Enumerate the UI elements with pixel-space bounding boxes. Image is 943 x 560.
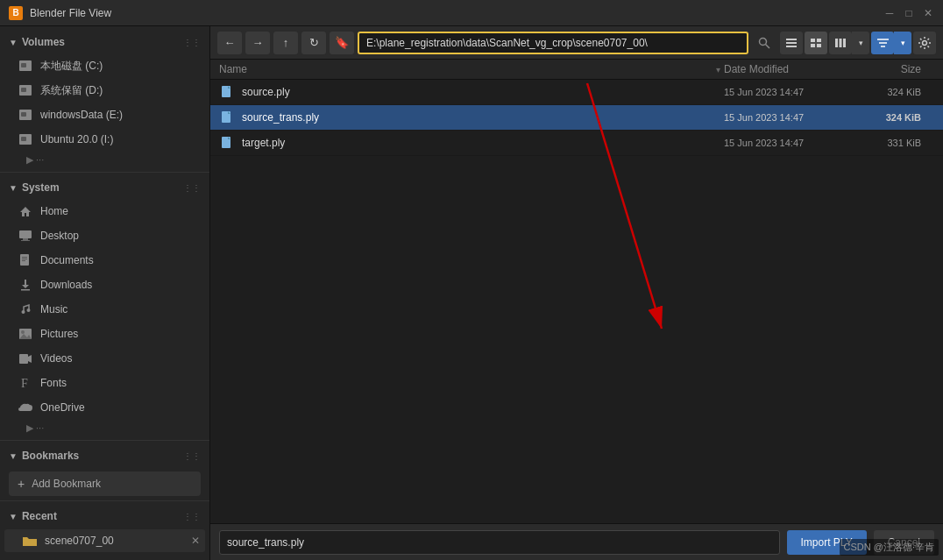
sidebar-item-music-label: Music <box>40 303 67 315</box>
volume-d-label: 系统保留 (D:) <box>40 83 103 98</box>
file-name-target: target.ply <box>242 137 724 149</box>
view-dropdown-button[interactable]: ▾ <box>852 32 869 54</box>
svg-rect-40 <box>840 39 842 47</box>
bookmark-button[interactable]: 🔖 <box>330 32 354 54</box>
file-size-source: 324 KiB <box>864 87 934 97</box>
file-icon-source-trans <box>219 110 235 125</box>
file-row-source-trans[interactable]: source_trans.ply 15 Jun 2023 14:47 324 K… <box>210 105 943 131</box>
file-row-source[interactable]: source.ply 15 Jun 2023 14:47 324 KiB <box>210 80 943 105</box>
add-bookmark-button[interactable]: + Add Bookmark <box>9 471 201 496</box>
file-icon-target <box>219 135 235 151</box>
system-section-header[interactable]: ▼ System ⋮⋮ <box>0 176 209 199</box>
divider-1 <box>0 172 209 173</box>
volume-c[interactable]: 本地磁盘 (C:) <box>0 53 209 78</box>
header-name: Name <box>219 63 716 75</box>
app-icon: B <box>9 6 23 20</box>
system-title: System <box>22 181 183 194</box>
volume-i[interactable]: Ubuntu 20.0 (I:) <box>0 127 209 152</box>
maximize-button[interactable]: □ <box>903 7 915 19</box>
videos-icon <box>18 351 33 366</box>
recent-section-header[interactable]: ▼ Recent ⋮⋮ <box>0 505 209 528</box>
filter-button[interactable] <box>871 32 894 54</box>
sidebar-item-videos-label: Videos <box>40 352 72 365</box>
recent-item-close-button[interactable]: ✕ <box>191 535 200 547</box>
sidebar-item-home[interactable]: Home <box>0 199 209 223</box>
file-date-target: 15 Jun 2023 14:47 <box>724 138 864 148</box>
bookmarks-arrow: ▼ <box>9 451 18 461</box>
sort-arrow: ▾ <box>716 65 720 74</box>
svg-rect-24 <box>19 354 28 364</box>
up-button[interactable]: ↑ <box>273 32 298 54</box>
svg-rect-18 <box>21 289 30 291</box>
grid-view-button[interactable] <box>805 32 827 54</box>
volume-e[interactable]: windowsData (E:) <box>0 103 209 127</box>
recent-item-scene[interactable]: scene0707_00 ✕ <box>4 529 205 552</box>
volumes-expand-dots: ▶ ··· <box>26 154 44 166</box>
svg-rect-10 <box>23 238 28 240</box>
recent-item-desktop[interactable]: Desktop <box>4 554 205 560</box>
divider-3 <box>0 500 209 501</box>
fonts-icon: F <box>18 375 33 391</box>
disk-icon-c <box>18 58 33 74</box>
bottom-bar: Import PLY Cancel <box>210 523 943 560</box>
volume-d[interactable]: 系统保留 (D:) <box>0 78 209 103</box>
volumes-section-header[interactable]: ▼ Volumes ⋮⋮ <box>0 31 209 53</box>
volumes-title: Volumes <box>22 36 183 48</box>
address-bar[interactable] <box>358 32 748 54</box>
back-button[interactable]: ← <box>217 32 242 54</box>
bookmarks-section-header[interactable]: ▼ Bookmarks ⋮⋮ <box>0 444 209 467</box>
file-list-header: Name ▾ Date Modified Size <box>210 60 943 80</box>
sidebar-item-pictures[interactable]: Pictures <box>0 322 209 346</box>
disk-icon-i <box>18 131 33 147</box>
file-size-target: 331 KiB <box>864 138 934 148</box>
volumes-expand[interactable]: ▶ ··· <box>0 152 209 168</box>
file-date-source-trans: 15 Jun 2023 14:47 <box>724 112 864 123</box>
volumes-dots: ⋮⋮ <box>183 38 201 47</box>
watermark: CSDN @汪洛德·辛肯 <box>840 539 939 556</box>
svg-point-20 <box>27 308 31 312</box>
svg-rect-41 <box>843 39 846 47</box>
system-expand[interactable]: ▶ ··· <box>0 420 209 436</box>
documents-icon <box>18 252 33 268</box>
toolbar: ← → ↑ ↻ 🔖 ▾ <box>210 26 943 60</box>
svg-rect-7 <box>21 137 26 141</box>
sidebar-item-downloads-label: Downloads <box>40 279 92 291</box>
forward-button[interactable]: → <box>245 32 270 54</box>
filename-input[interactable] <box>219 530 780 555</box>
downloads-icon <box>18 277 33 293</box>
svg-rect-5 <box>21 112 26 117</box>
settings-button[interactable] <box>913 32 936 54</box>
recent-dots: ⋮⋮ <box>183 512 201 521</box>
content-area: ← → ↑ ↻ 🔖 ▾ <box>210 26 943 560</box>
sidebar-item-home-label: Home <box>40 205 68 217</box>
sidebar-item-fonts[interactable]: F Fonts <box>0 371 209 395</box>
sidebar-item-onedrive[interactable]: OneDrive <box>0 395 209 420</box>
sidebar-item-documents[interactable]: Documents <box>0 248 209 273</box>
filter-dropdown-button[interactable]: ▾ <box>894 32 911 54</box>
sidebar-item-fonts-label: Fonts <box>40 377 67 389</box>
svg-rect-38 <box>817 44 821 47</box>
svg-point-22 <box>21 330 25 334</box>
sidebar-item-desktop[interactable]: Desktop <box>0 223 209 248</box>
sidebar-item-music[interactable]: Music <box>0 297 209 322</box>
svg-line-31 <box>766 44 770 48</box>
svg-marker-17 <box>22 285 29 288</box>
sidebar-item-videos[interactable]: Videos <box>0 346 209 371</box>
volume-e-label: windowsData (E:) <box>40 109 123 121</box>
list-view-button[interactable] <box>780 32 803 54</box>
refresh-button[interactable]: ↻ <box>301 32 326 54</box>
minimize-button[interactable]: ─ <box>883 7 896 19</box>
bookmarks-dots: ⋮⋮ <box>183 451 201 461</box>
file-name-source: source.ply <box>242 86 724 98</box>
volume-c-label: 本地磁盘 (C:) <box>40 59 103 74</box>
svg-rect-15 <box>22 260 25 261</box>
file-row-target[interactable]: target.ply 15 Jun 2023 14:47 331 KiB <box>210 131 943 156</box>
svg-rect-39 <box>835 39 838 47</box>
sidebar-item-pictures-label: Pictures <box>40 328 78 340</box>
sidebar-item-documents-label: Documents <box>40 254 94 266</box>
search-button[interactable] <box>752 32 776 54</box>
sidebar-item-downloads[interactable]: Downloads <box>0 273 209 297</box>
close-button[interactable]: ✕ <box>922 7 934 19</box>
column-view-button[interactable] <box>829 32 852 54</box>
sidebar-item-desktop-label: Desktop <box>40 230 79 242</box>
